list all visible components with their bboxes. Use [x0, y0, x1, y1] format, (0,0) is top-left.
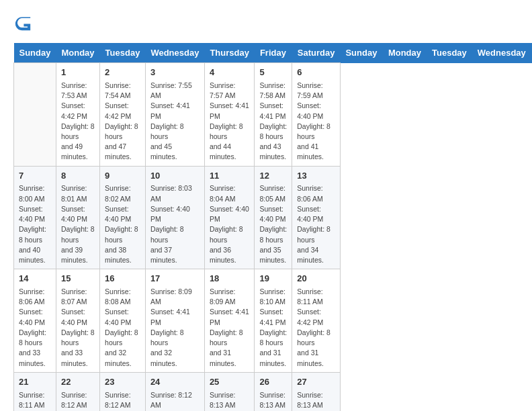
calendar-cell: 25Sunrise: 8:13 AMSunset: 4:44 PMDayligh… — [204, 372, 255, 411]
day-info: Sunrise: 8:11 AMSunset: 4:42 PMDaylight:… — [297, 287, 335, 369]
calendar-cell: 8Sunrise: 8:01 AMSunset: 4:40 PMDaylight… — [56, 166, 99, 269]
days-header-row: SundayMondayTuesdayWednesdayThursdayFrid… — [14, 43, 533, 63]
calendar-cell: 17Sunrise: 8:09 AMSunset: 4:41 PMDayligh… — [145, 269, 204, 373]
calendar-cell: 27Sunrise: 8:13 AMSunset: 4:46 PMDayligh… — [292, 372, 341, 411]
day-number: 25 — [210, 376, 250, 389]
day-info: Sunrise: 8:06 AMSunset: 4:40 PMDaylight:… — [19, 287, 51, 369]
day-info: Sunrise: 8:10 AMSunset: 4:41 PMDaylight:… — [259, 287, 287, 369]
day-info: Sunrise: 7:57 AMSunset: 4:41 PMDaylight:… — [210, 81, 250, 163]
day-number: 6 — [297, 66, 335, 79]
day-info: Sunrise: 7:59 AMSunset: 4:40 PMDaylight:… — [297, 81, 335, 163]
day-info: Sunrise: 8:11 AMSunset: 4:42 PMDaylight:… — [19, 390, 51, 411]
day-info: Sunrise: 8:09 AMSunset: 4:41 PMDaylight:… — [210, 287, 250, 369]
day-info: Sunrise: 8:02 AMSunset: 4:40 PMDaylight:… — [105, 183, 140, 265]
calendar-cell: 3Sunrise: 7:55 AMSunset: 4:41 PMDaylight… — [145, 63, 204, 167]
day-number: 5 — [259, 66, 287, 79]
header-monday: Monday — [56, 43, 99, 63]
day-number: 13 — [297, 170, 335, 183]
day-number: 4 — [210, 66, 250, 79]
calendar-cell: 7Sunrise: 8:00 AMSunset: 4:40 PMDaylight… — [14, 166, 56, 269]
day-info: Sunrise: 8:13 AMSunset: 4:45 PMDaylight:… — [259, 390, 287, 411]
day-number: 9 — [105, 170, 140, 183]
day-info: Sunrise: 7:58 AMSunset: 4:41 PMDaylight:… — [259, 81, 287, 163]
week-row-4: 21Sunrise: 8:11 AMSunset: 4:42 PMDayligh… — [14, 372, 533, 411]
day-info: Sunrise: 8:00 AMSunset: 4:40 PMDaylight:… — [19, 183, 51, 265]
day-number: 1 — [61, 66, 95, 79]
day-info: Sunrise: 7:53 AMSunset: 4:42 PMDaylight:… — [61, 81, 95, 163]
col-header-wednesday: Wednesday — [472, 43, 531, 63]
day-number: 26 — [259, 376, 287, 389]
day-info: Sunrise: 8:13 AMSunset: 4:46 PMDaylight:… — [297, 390, 335, 411]
calendar-cell: 14Sunrise: 8:06 AMSunset: 4:40 PMDayligh… — [14, 269, 56, 373]
day-number: 12 — [259, 170, 287, 183]
page-header — [13, 13, 519, 32]
calendar-table: SundayMondayTuesdayWednesdayThursdayFrid… — [13, 43, 532, 411]
calendar-cell: 5Sunrise: 7:58 AMSunset: 4:41 PMDaylight… — [255, 63, 292, 167]
calendar-cell: 21Sunrise: 8:11 AMSunset: 4:42 PMDayligh… — [14, 372, 56, 411]
header-friday: Friday — [255, 43, 292, 63]
day-number: 8 — [61, 170, 95, 183]
col-header-sunday: Sunday — [340, 43, 382, 63]
day-number: 15 — [61, 273, 95, 285]
day-info: Sunrise: 8:03 AMSunset: 4:40 PMDaylight:… — [150, 183, 200, 265]
calendar-cell: 24Sunrise: 8:12 AMSunset: 4:44 PMDayligh… — [145, 372, 204, 411]
calendar-cell: 19Sunrise: 8:10 AMSunset: 4:41 PMDayligh… — [255, 269, 292, 373]
day-number: 14 — [19, 273, 51, 285]
week-row-2: 7Sunrise: 8:00 AMSunset: 4:40 PMDaylight… — [14, 166, 533, 269]
calendar-cell: 18Sunrise: 8:09 AMSunset: 4:41 PMDayligh… — [204, 269, 255, 373]
calendar-cell: 6Sunrise: 7:59 AMSunset: 4:40 PMDaylight… — [292, 63, 341, 167]
header-sunday: Sunday — [14, 43, 56, 63]
day-info: Sunrise: 8:09 AMSunset: 4:41 PMDaylight:… — [150, 287, 200, 369]
day-number: 11 — [210, 170, 250, 183]
calendar-cell: 1Sunrise: 7:53 AMSunset: 4:42 PMDaylight… — [56, 63, 99, 167]
calendar-cell: 15Sunrise: 8:07 AMSunset: 4:40 PMDayligh… — [56, 269, 99, 373]
day-info: Sunrise: 8:06 AMSunset: 4:40 PMDaylight:… — [297, 183, 335, 265]
logo — [13, 13, 35, 32]
day-info: Sunrise: 8:08 AMSunset: 4:40 PMDaylight:… — [105, 287, 140, 369]
day-number: 22 — [61, 376, 95, 389]
day-info: Sunrise: 8:07 AMSunset: 4:40 PMDaylight:… — [61, 287, 95, 369]
day-number: 20 — [297, 273, 335, 285]
day-info: Sunrise: 8:12 AMSunset: 4:43 PMDaylight:… — [61, 390, 95, 411]
col-header-tuesday: Tuesday — [427, 43, 472, 63]
calendar-cell: 20Sunrise: 8:11 AMSunset: 4:42 PMDayligh… — [292, 269, 341, 373]
day-number: 2 — [105, 66, 140, 79]
logo-icon — [13, 13, 32, 32]
day-number: 27 — [297, 376, 335, 389]
day-info: Sunrise: 8:04 AMSunset: 4:40 PMDaylight:… — [210, 183, 250, 265]
col-header-monday: Monday — [383, 43, 427, 63]
calendar-cell: 2Sunrise: 7:54 AMSunset: 4:42 PMDaylight… — [100, 63, 146, 167]
header-thursday: Thursday — [204, 43, 255, 63]
day-info: Sunrise: 7:55 AMSunset: 4:41 PMDaylight:… — [150, 81, 200, 163]
day-info: Sunrise: 8:13 AMSunset: 4:44 PMDaylight:… — [210, 390, 250, 411]
calendar-cell: 13Sunrise: 8:06 AMSunset: 4:40 PMDayligh… — [292, 166, 341, 269]
calendar-cell: 23Sunrise: 8:12 AMSunset: 4:43 PMDayligh… — [100, 372, 146, 411]
header-saturday: Saturday — [292, 43, 341, 63]
day-info: Sunrise: 8:05 AMSunset: 4:40 PMDaylight:… — [259, 183, 287, 265]
day-number: 17 — [150, 273, 200, 285]
calendar-cell: 11Sunrise: 8:04 AMSunset: 4:40 PMDayligh… — [204, 166, 255, 269]
day-number: 23 — [105, 376, 140, 389]
day-info: Sunrise: 8:12 AMSunset: 4:43 PMDaylight:… — [105, 390, 140, 411]
calendar-cell: 4Sunrise: 7:57 AMSunset: 4:41 PMDaylight… — [204, 63, 255, 167]
day-number: 21 — [19, 376, 51, 389]
day-info: Sunrise: 8:01 AMSunset: 4:40 PMDaylight:… — [61, 183, 95, 265]
day-info: Sunrise: 7:54 AMSunset: 4:42 PMDaylight:… — [105, 81, 140, 163]
day-number: 7 — [19, 170, 51, 183]
calendar-cell — [14, 63, 56, 167]
calendar-cell: 9Sunrise: 8:02 AMSunset: 4:40 PMDaylight… — [100, 166, 146, 269]
day-number: 3 — [150, 66, 200, 79]
header-wednesday: Wednesday — [145, 43, 204, 63]
day-number: 18 — [210, 273, 250, 285]
calendar-cell: 16Sunrise: 8:08 AMSunset: 4:40 PMDayligh… — [100, 269, 146, 373]
calendar-cell: 10Sunrise: 8:03 AMSunset: 4:40 PMDayligh… — [145, 166, 204, 269]
day-number: 16 — [105, 273, 140, 285]
calendar-cell: 26Sunrise: 8:13 AMSunset: 4:45 PMDayligh… — [255, 372, 292, 411]
day-number: 10 — [150, 170, 200, 183]
day-info: Sunrise: 8:12 AMSunset: 4:44 PMDaylight:… — [150, 390, 200, 411]
day-number: 24 — [150, 376, 200, 389]
calendar-cell: 12Sunrise: 8:05 AMSunset: 4:40 PMDayligh… — [255, 166, 292, 269]
day-number: 19 — [259, 273, 287, 285]
header-tuesday: Tuesday — [100, 43, 146, 63]
week-row-3: 14Sunrise: 8:06 AMSunset: 4:40 PMDayligh… — [14, 269, 533, 373]
